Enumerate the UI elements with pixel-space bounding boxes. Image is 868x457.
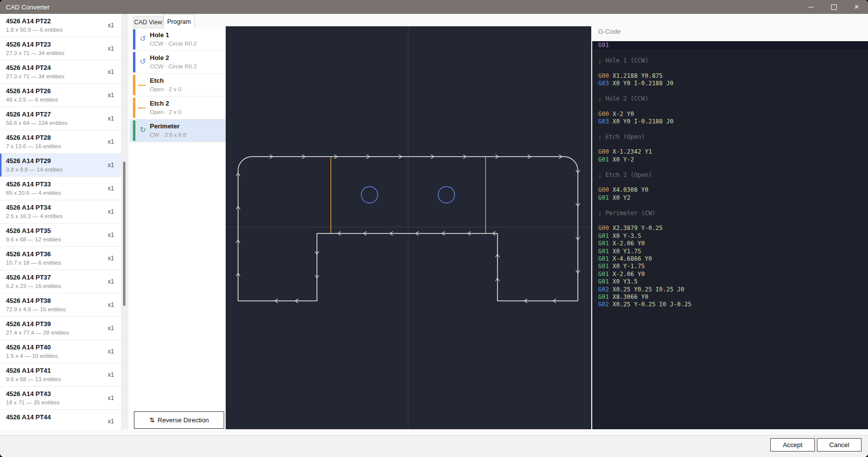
sidebar-part-item[interactable]: 4526 A14 PT3365 x 20.6 — 4 entitiesx1 xyxy=(0,177,121,200)
part-dimensions: 2.5 x 16.3 — 4 entities xyxy=(6,213,121,220)
part-title: 4526 A14 PT43 xyxy=(6,390,121,398)
sidebar-part-item[interactable]: 4526 A14 PT2327.3 x 71 — 34 entitiesx1 xyxy=(0,37,121,60)
sidebar-part-item[interactable]: 4526 A14 PT419.6 x 68 — 13 entitiesx1 xyxy=(0,363,121,387)
tab-program[interactable]: Program xyxy=(163,14,195,28)
part-quantity-badge: x1 xyxy=(108,278,114,285)
operation-detail: Open · 2 x 0 xyxy=(150,86,226,93)
operation-item[interactable]: Etch 2Open · 2 x 0 xyxy=(130,97,226,119)
gcode-line: G03 X0 Y0 I-0.2188 J0 xyxy=(598,118,868,125)
sidebar-part-item[interactable]: 4526 A14 PT2648 x 3.5 — 6 entitiesx1 xyxy=(0,84,121,107)
part-title: 4526 A14 PT39 xyxy=(6,320,121,328)
part-quantity-badge: x1 xyxy=(108,92,114,99)
titlebar: CAD Converter ✕ xyxy=(0,0,868,14)
ccw-rotation-icon: ↺ xyxy=(138,57,148,66)
gcode-text: G91 ; Hole 1 (CCW) G00 X1.2188 Y0.875G03… xyxy=(592,41,868,309)
part-quantity-badge: x1 xyxy=(108,325,114,332)
part-title: 4526 A14 PT44 xyxy=(6,413,121,421)
gcode-line xyxy=(598,87,868,95)
operation-accent-bar xyxy=(133,52,135,72)
operation-title: Hole 2 xyxy=(150,54,226,62)
part-title: 4526 A14 PT26 xyxy=(6,87,121,95)
minimize-button[interactable] xyxy=(800,0,822,14)
gcode-line xyxy=(598,49,868,57)
part-quantity-badge: x1 xyxy=(108,138,114,145)
part-title: 4526 A14 PT23 xyxy=(6,41,121,49)
selected-accent-bar xyxy=(0,154,1,176)
tab-cad-view[interactable]: CAD View xyxy=(133,16,163,28)
part-title: 4526 A14 PT27 xyxy=(6,111,121,118)
maximize-button[interactable] xyxy=(822,0,845,14)
reverse-direction-button[interactable]: ⇅ Reverse Direction xyxy=(134,411,224,429)
close-button[interactable]: ✕ xyxy=(845,0,868,14)
part-dimensions: 18 x 71 — 35 entities xyxy=(6,399,121,406)
accept-button[interactable]: Accept xyxy=(770,438,815,452)
sidebar-part-item[interactable]: 4526 A14 PT3610.7 x 18 — 6 entitiesx1 xyxy=(0,247,121,270)
operation-title: Etch xyxy=(150,77,226,85)
gcode-line xyxy=(598,64,868,72)
part-title: 4526 A14 PT38 xyxy=(6,297,121,305)
part-dimensions: 48 x 3.5 — 6 entities xyxy=(6,96,121,104)
operations-list: ↺Hole 1CCW · Circle R0.2↺Hole 2CCW · Cir… xyxy=(130,28,226,429)
operation-title: Perimeter xyxy=(150,122,226,130)
gcode-header: G-Code xyxy=(598,28,621,35)
operation-detail: CCW · Circle R0.2 xyxy=(150,63,226,70)
sidebar-part-item[interactable]: 4526 A14 PT342.5 x 16.3 — 4 entitiesx1 xyxy=(0,200,121,224)
sidebar-part-item[interactable]: 4526 A14 PT401.5 x 4 — 10 entitiesx1 xyxy=(0,340,121,363)
etch-line-icon xyxy=(138,85,146,86)
operation-item[interactable]: ↺Hole 1CCW · Circle R0.2 xyxy=(130,28,226,51)
gcode-panel[interactable]: G91 ; Hole 1 (CCW) G00 X1.2188 Y0.875G03… xyxy=(592,41,868,429)
part-dimensions: 27.4 x 77.4 — 28 entities xyxy=(6,329,121,337)
part-dimensions: 1.5 x 4 — 10 entities xyxy=(6,352,121,360)
part-title: 4526 A14 PT35 xyxy=(6,227,121,235)
operation-item[interactable]: ↻PerimeterCW · 3.8 x 8.8 xyxy=(130,119,226,142)
sidebar-part-item[interactable]: 4526 A14 PT3872.9 x 4.9 — 15 entitiesx1 xyxy=(0,293,121,317)
sidebar-part-item[interactable]: 4526 A14 PT376.2 x 23 — 16 entitiesx1 xyxy=(0,270,121,293)
operation-accent-bar xyxy=(133,98,135,118)
sidebar-part-item[interactable]: 4526 A14 PT293.8 x 8.8 — 14 entitiesx1 xyxy=(0,154,121,177)
operation-title: Hole 1 xyxy=(150,31,226,39)
operation-item[interactable]: ↺Hole 2CCW · Circle R0.2 xyxy=(130,51,226,74)
cad-canvas[interactable] xyxy=(226,26,591,429)
part-title: 4526 A14 PT24 xyxy=(6,64,121,72)
part-quantity-badge: x1 xyxy=(108,208,114,215)
part-dimensions: 6.2 x 23 — 16 entities xyxy=(6,283,121,290)
toolpath-drawing xyxy=(226,26,591,429)
gcode-line: G01 X0 Y2 xyxy=(598,194,868,202)
part-dimensions: 27.3 x 71 — 34 entities xyxy=(6,73,121,80)
reverse-direction-icon: ⇅ xyxy=(149,416,155,424)
maximize-icon xyxy=(831,4,837,10)
sidebar-scrollbar xyxy=(121,14,128,429)
gcode-line: G01 X0 Y-2 xyxy=(598,156,868,164)
operation-accent-bar xyxy=(133,29,135,50)
footer-bar: Accept Cancel xyxy=(0,435,868,457)
part-quantity-badge: x1 xyxy=(108,22,114,29)
sidebar-part-item[interactable]: 4526 A14 PT287 x 13.6 — 16 entitiesx1 xyxy=(0,130,121,154)
gcode-line xyxy=(598,125,868,133)
gcode-line: G02 X0.25 Y-0.25 I0 J-0.25 xyxy=(598,301,868,308)
operation-detail: CCW · Circle R0.2 xyxy=(150,40,226,48)
sidebar-part-item[interactable]: 4526 A14 PT2427.3 x 71 — 34 entitiesx1 xyxy=(0,60,121,84)
part-title: 4526 A14 PT29 xyxy=(6,157,121,165)
sidebar-part-item[interactable]: 4526 A14 PT221.8 x 50.9 — 6 entitiesx1 xyxy=(0,14,121,37)
gcode-line: ; Hole 2 (CCW) xyxy=(598,95,868,103)
sidebar-part-item[interactable]: 4526 A14 PT44x1 xyxy=(0,410,121,429)
operation-item[interactable]: EtchOpen · 2 x 0 xyxy=(130,74,226,97)
gcode-line: G01 X8.3066 Y0 xyxy=(598,293,868,301)
sidebar-part-item[interactable]: 4526 A14 PT359.6 x 68 — 12 entitiesx1 xyxy=(0,224,121,247)
part-quantity-badge: x1 xyxy=(108,115,114,122)
sidebar-part-item[interactable]: 4526 A14 PT4318 x 71 — 35 entitiesx1 xyxy=(0,387,121,410)
part-title: 4526 A14 PT28 xyxy=(6,134,121,142)
gcode-line: G00 X2.3879 Y-0.25 xyxy=(598,225,868,232)
part-dimensions: 1.8 x 50.9 — 6 entities xyxy=(6,26,121,34)
part-title: 4526 A14 PT40 xyxy=(6,343,121,351)
sidebar-part-item[interactable]: 4526 A14 PT2756.6 x 64 — 134 entitiesx1 xyxy=(0,107,121,130)
sidebar-part-item[interactable]: 4526 A14 PT3927.4 x 77.4 — 28 entitiesx1 xyxy=(0,317,121,340)
gcode-line: G01 X0 Y1.75 xyxy=(598,248,868,255)
part-dimensions: 56.6 x 64 — 134 entities xyxy=(6,119,121,127)
sidebar-scrollbar-thumb[interactable] xyxy=(123,162,125,306)
gcode-line: G01 X0 Y-1.75 xyxy=(598,263,868,270)
gcode-line: G00 X4.0308 Y0 xyxy=(598,186,868,194)
cancel-button[interactable]: Cancel xyxy=(817,438,862,452)
ccw-rotation-icon: ↺ xyxy=(138,34,148,44)
part-quantity-badge: x1 xyxy=(108,45,114,52)
